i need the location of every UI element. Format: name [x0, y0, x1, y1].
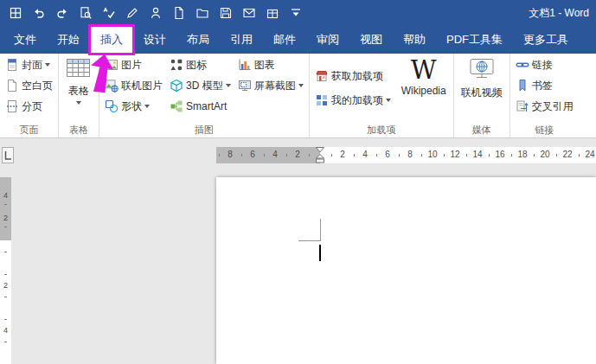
chevron-down-icon [386, 99, 391, 102]
ribbon-group-media: 联机视频 媒体 [454, 54, 510, 137]
ruler-number: 4 [0, 191, 11, 200]
save-icon[interactable] [218, 6, 233, 21]
ruler-number: 10 [427, 150, 438, 159]
tab-home[interactable]: 开始 [47, 26, 90, 54]
customize-qat-icon[interactable] [288, 6, 303, 21]
word-window: 文档1 - Word 文件 开始 插入 设计 布局 引用 邮件 审阅 视图 帮助… [0, 0, 596, 364]
group-label-tables: 表格 [61, 124, 96, 137]
ribbon-group-links: 链接 书签 交叉引用 链接 [510, 54, 579, 137]
group-label-illustrations: 插图 [102, 124, 306, 137]
ruler-ticks [4, 204, 7, 240]
title-bar: 文档1 - Word [0, 0, 596, 26]
signature-icon[interactable] [148, 6, 163, 21]
chevron-down-icon [144, 105, 150, 108]
first-line-indent-marker[interactable] [316, 147, 324, 153]
chevron-down-icon [226, 84, 231, 87]
ruler-number: 2 [292, 150, 303, 159]
ruler-text-section: 2 4 [0, 240, 11, 364]
ruler-number: 2 [0, 214, 11, 222]
tab-view[interactable]: 视图 [349, 26, 393, 54]
online-video-button[interactable]: 联机视频 [457, 54, 507, 100]
tab-insert[interactable]: 插入 [90, 26, 133, 54]
document-area: 8 6 4 2 2 4 6 8 10 12 14 16 18 20 22 24 [0, 138, 596, 364]
package-icon[interactable] [265, 6, 279, 21]
chart-icon [238, 58, 252, 72]
smartart-icon [170, 99, 183, 113]
tab-more-tools[interactable]: 更多工具 [513, 26, 579, 54]
ribbon-tab-bar: 文件 开始 插入 设计 布局 引用 邮件 审阅 视图 帮助 PDF工具集 更多工… [0, 26, 596, 54]
bookmark-button[interactable]: 书签 [513, 75, 576, 96]
ruler-number: 18 [517, 150, 528, 159]
ruler-number: 8 [225, 150, 235, 159]
undo-icon[interactable] [31, 6, 46, 21]
window-title: 文档1 - Word [529, 0, 589, 26]
tab-layout[interactable]: 布局 [176, 26, 220, 54]
ribbon-group-addins: 获取加载项 我的加载项 W Wikipedia 加载项 [310, 54, 454, 137]
tab-design[interactable]: 设计 [133, 26, 176, 54]
cover-page-icon [5, 58, 19, 72]
ruler-number: 4 [360, 150, 370, 159]
print-preview-icon[interactable] [78, 6, 93, 21]
ruler-number: 14 [472, 150, 483, 159]
horizontal-ruler[interactable]: 8 6 4 2 2 4 6 8 10 12 14 16 18 20 22 24 [216, 147, 596, 163]
tab-review[interactable]: 审阅 [306, 26, 349, 54]
link-icon [516, 58, 529, 72]
redo-icon[interactable] [54, 6, 69, 21]
new-document-icon[interactable] [171, 6, 186, 21]
open-folder-icon[interactable] [195, 6, 209, 21]
group-label-addins: 加载项 [312, 124, 451, 137]
tab-selector-icon [3, 150, 12, 161]
email-icon[interactable] [241, 6, 256, 21]
cross-reference-button[interactable]: 交叉引用 [513, 96, 576, 117]
page-break-button[interactable]: 分页 [3, 96, 55, 117]
tab-file[interactable]: 文件 [3, 26, 47, 54]
my-addins-button[interactable]: 我的加载项 [312, 90, 394, 111]
quick-access-toolbar [0, 6, 307, 21]
document-page[interactable] [216, 177, 596, 364]
tab-references[interactable]: 引用 [220, 26, 263, 54]
get-addins-button[interactable]: 获取加载项 [312, 66, 394, 86]
callout-arrow [88, 53, 126, 94]
tab-insert-label: 插入 [100, 33, 123, 46]
ruler-number: 2 [0, 281, 11, 290]
ruler-text-section: 2 4 6 8 10 12 14 16 18 20 22 24 [320, 147, 596, 163]
group-label-media: 媒体 [457, 124, 507, 137]
spelling-check-icon[interactable] [101, 6, 116, 21]
ruler-number: 8 [405, 150, 415, 159]
tab-pdf-tools[interactable]: PDF工具集 [436, 26, 513, 54]
ribbon-group-illustrations: 图片 联机图片 形状 图标 [99, 54, 310, 137]
wikipedia-button[interactable]: W Wikipedia [397, 54, 451, 97]
screenshot-button[interactable]: 屏幕截图 [235, 75, 306, 96]
ruler-number: 22 [562, 150, 573, 159]
cross-reference-icon [516, 99, 529, 113]
screenshot-icon [238, 79, 252, 93]
chevron-down-icon [45, 63, 50, 67]
vertical-ruler[interactable]: 4 2 2 4 [0, 177, 11, 364]
ruler-ticks [4, 252, 7, 364]
page-break-icon [5, 99, 19, 113]
text-cursor [319, 245, 321, 261]
word-app-icon[interactable] [8, 6, 22, 21]
shapes-button[interactable]: 形状 [102, 96, 165, 117]
chart-button[interactable]: 图表 [235, 54, 306, 75]
crop-mark [298, 240, 321, 241]
my-addins-icon [315, 93, 329, 107]
bookmark-icon [516, 79, 529, 93]
edit-document-icon[interactable] [125, 6, 139, 21]
ruler-number: 4 [270, 150, 280, 159]
ruler-number: 4 [0, 326, 11, 335]
blank-page-button[interactable]: 空白页 [3, 75, 55, 96]
cover-page-button[interactable]: 封面 [3, 54, 55, 75]
smartart-button[interactable]: SmartArt [167, 96, 234, 117]
group-label-links: 链接 [513, 124, 576, 137]
icons-button[interactable]: 图标 [167, 54, 234, 75]
link-button[interactable]: 链接 [513, 54, 576, 75]
three-d-model-icon [170, 79, 183, 93]
three-d-model-button[interactable]: 3D 模型 [167, 75, 234, 96]
tab-help[interactable]: 帮助 [393, 26, 436, 54]
hanging-indent-marker[interactable] [316, 154, 324, 163]
tab-selector[interactable] [2, 147, 14, 163]
ruler-margin-section: 8 6 4 2 [216, 147, 320, 163]
ruler-ticks [331, 154, 596, 156]
tab-mailings[interactable]: 邮件 [263, 26, 306, 54]
